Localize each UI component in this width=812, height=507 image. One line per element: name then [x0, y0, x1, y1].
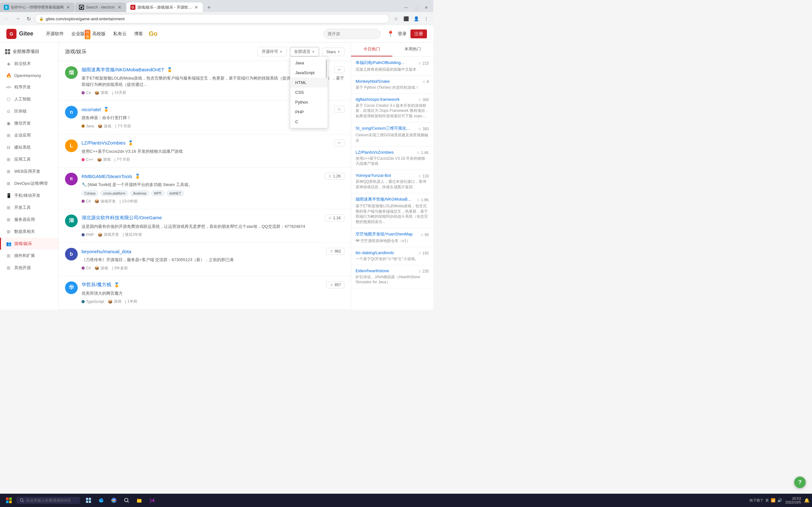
- tab-today-hot[interactable]: 今日热门: [351, 43, 392, 56]
- hot-item10-title[interactable]: Eiden/hearthstone: [356, 268, 389, 273]
- hot-item-8[interactable]: 空茫地图开发组/YuanShenMap ☆ 60 🗺 空茫酒馆原神地图仓库（v1…: [351, 228, 433, 247]
- tab3-close-btn[interactable]: ✕: [194, 5, 199, 10]
- sidebar-item-tools[interactable]: ⊞ 应用工具: [0, 153, 58, 165]
- lang-option-java[interactable]: Java: [290, 58, 328, 68]
- login-btn[interactable]: 登录: [398, 31, 407, 37]
- tag-wpf[interactable]: WPF: [151, 190, 164, 196]
- hot-item8-title[interactable]: 空茫地图开发组/YuanShenMap: [356, 231, 413, 237]
- hot-item-5[interactable]: LZ/PlantsVsZombies ☆ 1.4K 使用c++基于Cocos2d…: [351, 147, 433, 170]
- project2-name[interactable]: nico/ratel: [82, 107, 101, 112]
- lang-option-python[interactable]: Python: [290, 97, 328, 107]
- project1-star-btn[interactable]: ☆: [334, 66, 345, 73]
- project5-name[interactable]: 湖北源尖软件科技有限公司/OneGame: [82, 215, 162, 221]
- project3-name[interactable]: LZ/PlantsVsZombies: [82, 140, 125, 146]
- search-input[interactable]: [323, 29, 380, 39]
- browser-tab-3[interactable]: G 游戏/娱乐 - 游戏/娱乐 - 开源软件 - ✕: [126, 3, 203, 12]
- sidebar-item-database[interactable]: ⊞ 数据库相关: [0, 226, 58, 238]
- sidebar-item-ai[interactable]: ⬡ 人工智能: [0, 93, 58, 105]
- sidebar-item-devops[interactable]: ⊞ DevOps/运维/网管: [0, 177, 58, 189]
- address-bar[interactable]: 🔒 gitee.com/explore/game-and-entertainme…: [35, 14, 390, 23]
- sidebar-item-other[interactable]: ⊞ 其他开源: [0, 262, 58, 274]
- sidebar-item-blockchain[interactable]: ⊙ 区块链: [0, 105, 58, 117]
- browser-tab-2[interactable]: Search · electron ✕: [75, 3, 126, 12]
- sidebar-item-mobile[interactable]: 📱 手机/移动开发: [0, 189, 58, 202]
- lang-scrollbar[interactable]: [326, 59, 327, 78]
- forward-btn[interactable]: →: [13, 14, 22, 23]
- project4-star-btn[interactable]: ☆ 1.2K: [325, 173, 345, 180]
- browser-tab-1[interactable]: B 创作中心 - 哔哩哔哩弹幕视频网 ✕: [0, 3, 74, 12]
- close-window-btn[interactable]: ✕: [422, 3, 431, 12]
- project6-name[interactable]: beyonehu/manual_dota: [82, 249, 131, 254]
- hot-item-6[interactable]: Yoimiya/Yunzai-Bot ☆ 133 原神QQ群机器人，通过米游社接…: [351, 170, 433, 193]
- tab1-close-btn[interactable]: ✕: [66, 5, 71, 10]
- hot-item-2[interactable]: Monkeyhbd/Snake ☆ 8 基于 Python (Tkinter) …: [351, 76, 433, 94]
- project4-name[interactable]: RMBGAME/SteamTools: [82, 174, 132, 179]
- tag-cross-platform[interactable]: cross-platform: [100, 190, 128, 196]
- hot-item6-title[interactable]: Yoimiya/Yunzai-Bot: [356, 173, 391, 178]
- hot-item-7[interactable]: 烟雨迷离半世殇/NKGMobaB... ☆ 1.9K 基于ET框架致敬LOL的M…: [351, 193, 433, 228]
- refresh-btn[interactable]: ↻: [24, 14, 33, 23]
- sidebar-item-game[interactable]: 👥 游戏/娱乐: [0, 238, 58, 250]
- tab-week-hot[interactable]: 本周热门: [392, 43, 434, 56]
- hot-item2-title[interactable]: Monkeyhbd/Snake: [356, 79, 390, 83]
- register-btn[interactable]: 注册: [410, 30, 427, 38]
- project3-star-btn[interactable]: ☆: [334, 139, 345, 147]
- hot-item5-title[interactable]: LZ/PlantsVsZombies: [356, 150, 394, 155]
- tag-avalonia[interactable]: Avalonia: [130, 190, 149, 196]
- project5-star-btn[interactable]: ☆ 1.1K: [325, 215, 345, 222]
- nav-blog[interactable]: 博客: [131, 29, 146, 39]
- tag-csharp[interactable]: Csharp: [82, 190, 98, 196]
- hot-item4-title[interactable]: St_song/Cesium三维可视化...: [356, 125, 410, 131]
- hot-item7-title[interactable]: 烟雨迷离半世殇/NKGMobaB...: [356, 196, 411, 202]
- lang-option-html[interactable]: HTML: [290, 78, 328, 88]
- bookmark-star-btn[interactable]: ☆: [392, 14, 400, 23]
- hot-item-4[interactable]: St_song/Cesium三维可视化... ☆ 383 Cesium实现三维G…: [351, 122, 433, 147]
- filter-sort-btn[interactable]: Stars ▼: [322, 48, 345, 56]
- project7-desc: 优美而强大的网页魔方: [82, 290, 345, 297]
- filter-license-btn[interactable]: 开源许可 ▼: [258, 47, 287, 56]
- nav-university[interactable]: 高校版: [89, 29, 109, 39]
- gitee-logo[interactable]: G Gitee: [6, 29, 33, 39]
- sidebar-item-server[interactable]: ⊞ 服务器应用: [0, 214, 58, 226]
- grid-icon: [5, 49, 10, 54]
- sidebar-all-projects[interactable]: 全部推荐项目: [0, 46, 58, 58]
- lang-option-javascript[interactable]: JavaScript: [290, 68, 328, 78]
- hot-item3-title[interactable]: dgflash/oops-framework: [356, 97, 400, 102]
- sidebar-item-programming[interactable]: </> 程序开发: [0, 81, 58, 93]
- hot-item-9[interactable]: ibc-dabing/Landlords ☆ 192 一个基于Qt开发的"斗*地…: [351, 247, 433, 265]
- sidebar-item-enterprise[interactable]: ⊞ 企业应用: [0, 129, 58, 141]
- project6-star-btn[interactable]: ☆ 962: [326, 248, 345, 255]
- lang-option-php[interactable]: PHP: [290, 107, 328, 117]
- tag-dotnet[interactable]: dotNET: [166, 190, 184, 196]
- lang-option-css[interactable]: CSS: [290, 88, 328, 97]
- hot-item1-title[interactable]: 幸福闪电/PathOfBuilding...: [356, 60, 404, 66]
- extensions-btn[interactable]: ⬛: [402, 14, 410, 23]
- sidebar-item-website[interactable]: ⊟ 建站系统: [0, 141, 58, 153]
- nav-go[interactable]: Go: [149, 30, 158, 38]
- back-btn[interactable]: ←: [3, 14, 11, 23]
- lang-option-c[interactable]: C: [290, 117, 328, 127]
- minimize-btn[interactable]: —: [402, 3, 410, 12]
- hot-item-3[interactable]: dgflash/oops-framework ☆ 360 基于 Cocos Cr…: [351, 94, 433, 122]
- menu-btn[interactable]: ⋮: [422, 14, 431, 23]
- sidebar-item-plugins[interactable]: ⊞ 插件和扩展: [0, 250, 58, 262]
- project1-name[interactable]: 烟雨迷离半世殇/NKGMobaBasedOnET: [82, 67, 164, 73]
- hot-item-10[interactable]: Eiden/hearthstone ☆ 235 炉石传说，JAVA模拟器（Hea…: [351, 265, 433, 289]
- hot-item-1[interactable]: 幸福闪电/PathOfBuilding... ☆ 215 流放之路角色模拟器的国…: [351, 57, 433, 76]
- project2-star-btn[interactable]: ☆: [334, 106, 345, 113]
- sidebar-item-webapp[interactable]: ⊞ WEB应用开发: [0, 165, 58, 177]
- sidebar-item-openharmony[interactable]: 🔥 OpenHarmony: [0, 70, 58, 81]
- nav-open-software[interactable]: 开源软件: [43, 29, 67, 39]
- nav-private-cloud[interactable]: 私有云: [110, 29, 130, 39]
- profile-btn[interactable]: 👤: [412, 14, 420, 23]
- project7-star-btn[interactable]: ☆ 857: [326, 281, 345, 288]
- filter-lang-btn[interactable]: 全部语言 ▼: [290, 47, 319, 56]
- project7-name[interactable]: 华哲辰/魔方栈: [82, 282, 111, 288]
- tab2-close-btn[interactable]: ✕: [117, 5, 122, 10]
- sidebar-item-wechat[interactable]: ◉ 微信开发: [0, 117, 58, 129]
- hot-item9-title[interactable]: ibc-dabing/Landlords: [356, 250, 394, 255]
- sidebar-item-devtools[interactable]: ⊞ 开发工具: [0, 202, 58, 214]
- sidebar-item-frontier[interactable]: ◈ 前沿技术: [0, 58, 58, 70]
- new-tab-btn[interactable]: +: [205, 3, 213, 12]
- maximize-btn[interactable]: ⬜: [412, 3, 420, 12]
